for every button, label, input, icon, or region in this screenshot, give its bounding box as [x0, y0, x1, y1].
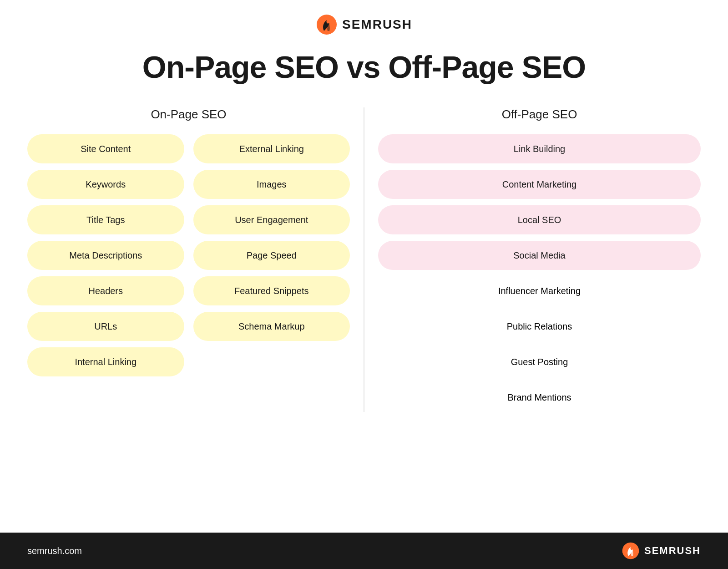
- off-page-title: Off-Page SEO: [502, 107, 577, 122]
- off-page-pill: Guest Posting: [378, 347, 701, 376]
- off-page-pill: Brand Mentions: [378, 383, 701, 412]
- logo-area: SEMRUSH: [316, 14, 412, 36]
- on-page-pill: Featured Snippets: [193, 276, 350, 305]
- on-page-pill: External Linking: [193, 134, 350, 163]
- on-page-pill: Headers: [27, 276, 184, 305]
- on-page-col1: Site ContentKeywordsTitle TagsMeta Descr…: [27, 134, 184, 376]
- on-page-pill: Images: [193, 170, 350, 199]
- logo-text: SEMRUSH: [342, 17, 412, 32]
- off-page-pill: Content Marketing: [378, 170, 701, 199]
- on-page-pill: Page Speed: [193, 241, 350, 270]
- off-page-column: Off-Page SEO Link BuildingContent Market…: [378, 107, 701, 412]
- off-page-pill: Local SEO: [378, 205, 701, 234]
- on-page-pill: Site Content: [27, 134, 184, 163]
- footer: semrush.com SEMRUSH: [0, 533, 728, 569]
- on-page-pill: Keywords: [27, 170, 184, 199]
- off-page-pill: Influencer Marketing: [378, 276, 701, 305]
- off-page-pill: Link Building: [378, 134, 701, 163]
- off-page-pill: Social Media: [378, 241, 701, 270]
- footer-logo-icon: [622, 542, 640, 560]
- off-page-pill: Public Relations: [378, 312, 701, 341]
- on-page-pill: User Engagement: [193, 205, 350, 234]
- on-page-column: On-Page SEO Site ContentKeywordsTitle Ta…: [27, 107, 350, 412]
- on-page-pill: Schema Markup: [193, 312, 350, 341]
- columns-wrapper: On-Page SEO Site ContentKeywordsTitle Ta…: [27, 107, 701, 412]
- footer-logo-text: SEMRUSH: [644, 545, 701, 557]
- footer-url: semrush.com: [27, 546, 82, 556]
- on-page-pill: URLs: [27, 312, 184, 341]
- on-page-pill: Title Tags: [27, 205, 184, 234]
- semrush-logo-icon: [316, 14, 338, 36]
- on-page-col2: External LinkingImagesUser EngagementPag…: [193, 134, 350, 376]
- on-page-title: On-Page SEO: [151, 107, 226, 122]
- on-page-pill: Internal Linking: [27, 347, 184, 376]
- footer-logo: SEMRUSH: [622, 542, 701, 560]
- column-divider: [364, 107, 364, 412]
- main-title: On-Page SEO vs Off-Page SEO: [142, 49, 586, 85]
- on-page-pill: Meta Descriptions: [27, 241, 184, 270]
- on-page-grid: Site ContentKeywordsTitle TagsMeta Descr…: [27, 134, 350, 376]
- off-page-items: Link BuildingContent MarketingLocal SEOS…: [378, 134, 701, 412]
